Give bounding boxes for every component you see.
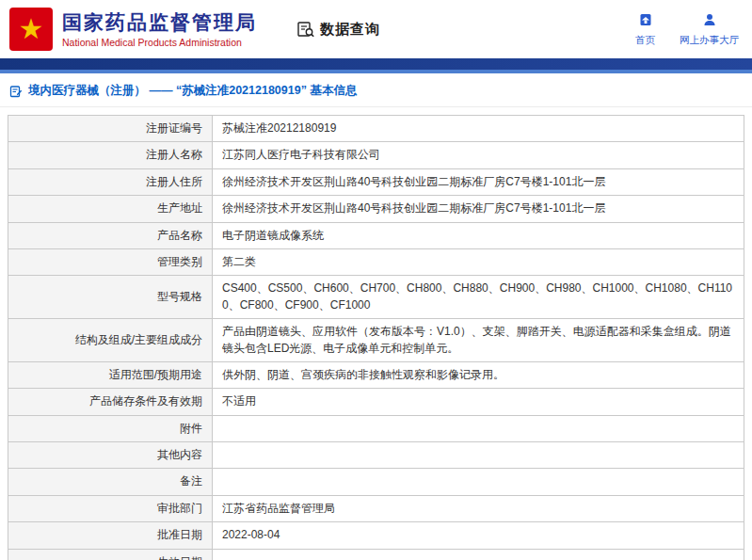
- table-row: 批准日期2022-08-04: [8, 522, 744, 549]
- table-row: 注册证编号苏械注准20212180919: [8, 116, 744, 142]
- header-bar-dark: [0, 58, 752, 70]
- table-row: 注册人名称江苏同人医疗电子科技有限公司: [8, 142, 744, 168]
- nav-home[interactable]: 首页: [635, 12, 655, 47]
- nav-service-hall-label: 网上办事大厅: [680, 34, 739, 47]
- row-label: 管理类别: [8, 248, 213, 275]
- table-row: 附件: [8, 415, 744, 441]
- document-edit-icon: [9, 85, 23, 98]
- table-row: 审批部门江苏省药品监督管理局: [8, 495, 744, 521]
- row-value: 2022-08-04: [213, 522, 744, 549]
- emblem-star-icon: ★: [19, 15, 44, 43]
- row-value: [213, 549, 744, 560]
- row-label: 生产地址: [8, 196, 213, 222]
- row-value: 供外阴、阴道、宫颈疾病的非接触性观察和影像记录用。: [213, 361, 744, 388]
- national-emblem-logo: ★: [9, 8, 53, 51]
- table-row: 产品储存条件及有效期不适用: [8, 389, 744, 415]
- row-label: 审批部门: [8, 495, 213, 521]
- row-value: 江苏省药品监督管理局: [213, 495, 744, 521]
- row-label: 其他内容: [8, 442, 213, 469]
- table-row: 产品名称电子阴道镜成像系统: [8, 222, 744, 248]
- breadcrumb: 境内医疗器械（注册） —— “苏械注准20212180919” 基本信息: [0, 73, 752, 107]
- data-query-section: 数据查询: [296, 20, 380, 39]
- row-label: 注册证编号: [8, 116, 213, 142]
- row-label: 备注: [8, 469, 213, 495]
- top-nav: 首页 网上办事大厅: [635, 12, 739, 47]
- site-title: 国家药品监督管理局: [62, 10, 257, 35]
- row-label: 适用范围/预期用途: [8, 361, 213, 388]
- table-row: 型号规格CS400、CS500、CH600、CH700、CH800、CH880、…: [8, 276, 744, 319]
- brand-block: 国家药品监督管理局 National Medical Products Admi…: [62, 10, 257, 48]
- nav-service-hall[interactable]: 网上办事大厅: [680, 12, 739, 47]
- row-value: 不适用: [213, 389, 744, 415]
- header: ★ 国家药品监督管理局 National Medical Products Ad…: [0, 0, 752, 58]
- row-value: [213, 469, 744, 495]
- row-label: 产品名称: [8, 222, 213, 248]
- row-label: 结构及组成/主要组成成分: [8, 319, 213, 362]
- table-row: 适用范围/预期用途供外阴、阴道、宫颈疾病的非接触性观察和影像记录用。: [8, 361, 744, 388]
- row-label: 注册人住所: [8, 168, 213, 195]
- table-row: 其他内容: [8, 442, 744, 469]
- row-value: 电子阴道镜成像系统: [213, 222, 744, 248]
- table-row: 注册人住所徐州经济技术开发区荆山路40号科技创业园二期标准厂房C7号楼1-101…: [8, 168, 744, 195]
- breadcrumb-text: 境内医疗器械（注册） —— “苏械注准20212180919” 基本信息: [28, 83, 357, 99]
- row-value: 产品由阴道镜头、应用软件（发布版本号：V1.0）、支架、脚踏开关、电源适配器和采…: [213, 319, 744, 362]
- row-value: 苏械注准20212180919: [213, 116, 744, 142]
- row-value: 徐州经济技术开发区荆山路40号科技创业园二期标准厂房C7号楼1-101北一层: [213, 196, 744, 222]
- row-value: [213, 415, 744, 441]
- info-table-wrap: 注册证编号苏械注准20212180919注册人名称江苏同人医疗电子科技有限公司注…: [0, 107, 752, 560]
- row-label: 批准日期: [8, 522, 213, 549]
- info-table: 注册证编号苏械注准20212180919注册人名称江苏同人医疗电子科技有限公司注…: [8, 115, 744, 560]
- data-query-label: 数据查询: [320, 21, 380, 39]
- table-row: 结构及组成/主要组成成分产品由阴道镜头、应用软件（发布版本号：V1.0）、支架、…: [8, 319, 744, 362]
- row-value: 第二类: [213, 248, 744, 275]
- info-table-body: 注册证编号苏械注准20212180919注册人名称江苏同人医疗电子科技有限公司注…: [8, 116, 744, 560]
- row-value: CS400、CS500、CH600、CH700、CH800、CH880、CH90…: [213, 276, 744, 319]
- table-row: 生效日期: [8, 549, 744, 560]
- row-label: 附件: [8, 415, 213, 441]
- nav-home-label: 首页: [635, 34, 655, 47]
- user-icon: [702, 12, 717, 31]
- home-icon: [638, 12, 653, 31]
- row-label: 产品储存条件及有效期: [8, 389, 213, 415]
- row-label: 型号规格: [8, 276, 213, 319]
- row-value: 徐州经济技术开发区荆山路40号科技创业园二期标准厂房C7号楼1-101北一层: [213, 168, 744, 195]
- row-value: [213, 442, 744, 469]
- data-query-icon: [296, 20, 315, 39]
- table-row: 备注: [8, 469, 744, 495]
- row-label: 注册人名称: [8, 142, 213, 168]
- row-value: 江苏同人医疗电子科技有限公司: [213, 142, 744, 168]
- table-row: 生产地址徐州经济技术开发区荆山路40号科技创业园二期标准厂房C7号楼1-101北…: [8, 196, 744, 222]
- table-row: 管理类别第二类: [8, 248, 744, 275]
- row-label: 生效日期: [8, 549, 213, 560]
- site-subtitle: National Medical Products Administration: [62, 37, 257, 48]
